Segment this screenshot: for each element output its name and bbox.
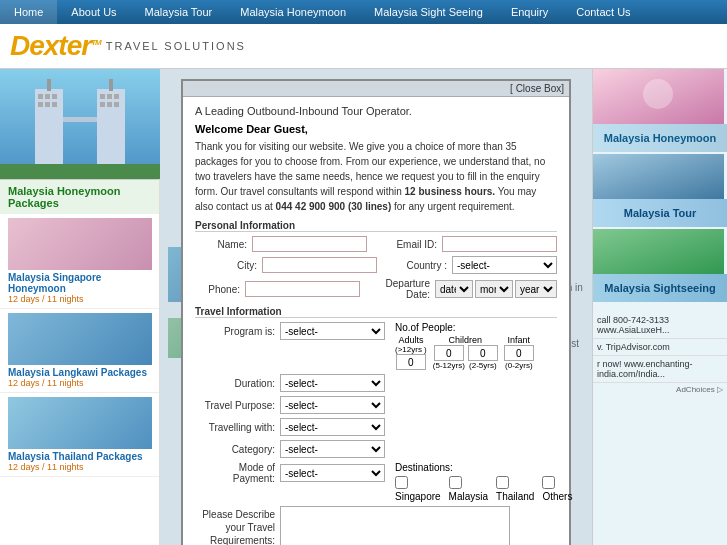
dest-others-checkbox[interactable] xyxy=(542,476,555,489)
list-item[interactable]: Malaysia Thailand Packages 12 days / 11 … xyxy=(0,393,159,477)
travel-info-label: Travel Information xyxy=(195,306,557,318)
tour-promo-image xyxy=(593,154,724,199)
svg-rect-12 xyxy=(114,94,119,99)
destinations-checks: Singapore Malaysia Thailand Others xyxy=(395,476,572,502)
logo-name: DexterTM xyxy=(10,30,101,62)
date-select[interactable]: date xyxy=(435,280,473,298)
child-input-2[interactable] xyxy=(468,345,498,361)
ad-text-2: v. TripAdvisor.com xyxy=(593,339,727,356)
category-row: Category: -select- xyxy=(195,440,557,458)
ad-text-1: call 800-742-3133 www.AsiaLuxeH... xyxy=(593,312,727,339)
people-label: No.of People: xyxy=(395,322,534,333)
duration-select[interactable]: -select- xyxy=(280,374,385,392)
purpose-label: Travel Purpose: xyxy=(195,400,280,411)
purpose-row: Travel Purpose: -select- xyxy=(195,396,557,414)
svg-rect-9 xyxy=(97,89,125,174)
ad-text-3: r now! www.enchanting-india.com/India... xyxy=(593,356,727,383)
adchoices[interactable]: AdChoices ▷ xyxy=(593,383,727,396)
payment-select[interactable]: -select- xyxy=(280,464,385,482)
phone-label: Phone: xyxy=(195,284,245,295)
departure-row-right: Departure Date: date mon year xyxy=(370,278,557,300)
tour-promo-label[interactable]: Malaysia Tour xyxy=(593,199,727,227)
year-select[interactable]: year xyxy=(515,280,557,298)
svg-rect-18 xyxy=(0,164,160,179)
infant-input[interactable] xyxy=(504,345,534,361)
infant-col: (0-2yrs) xyxy=(504,345,534,370)
close-box-button[interactable]: [ Close Box] xyxy=(510,83,564,94)
program-select[interactable]: -select- xyxy=(280,322,385,340)
package-thumb-3 xyxy=(8,397,152,449)
name-input[interactable] xyxy=(252,236,367,252)
hero-image xyxy=(0,69,160,179)
dest-others-label[interactable]: Others xyxy=(542,476,572,502)
center-content: Malaysia Thailand Packages Take a trip t… xyxy=(160,69,592,545)
children-header: Children xyxy=(433,335,498,345)
sight-promo-image xyxy=(593,229,724,274)
modal-overlay: [ Close Box] A Leading Outbound-Inbound … xyxy=(160,69,592,545)
logo-sub: TRAVEL SOLUTIONS xyxy=(106,40,246,52)
modal-intro: A Leading Outbound-Inbound Tour Operator… xyxy=(195,105,557,117)
dest-singapore-label[interactable]: Singapore xyxy=(395,476,441,502)
package-days-3: 12 days / 11 nights xyxy=(8,462,151,472)
modal-body: A Leading Outbound-Inbound Tour Operator… xyxy=(183,97,569,545)
package-thumb-2 xyxy=(8,313,152,365)
modal-header: [ Close Box] xyxy=(183,81,569,97)
dest-thailand-label[interactable]: Thailand xyxy=(496,476,534,502)
nav-sightseeing[interactable]: Malaysia Sight Seeing xyxy=(360,0,497,24)
list-item[interactable]: Malaysia Langkawi Packages 12 days / 11 … xyxy=(0,309,159,393)
svg-rect-14 xyxy=(107,102,112,107)
list-item[interactable]: Malaysia Singapore Honeymoon 12 days / 1… xyxy=(0,214,159,309)
nav-honeymoon[interactable]: Malaysia Honeymoon xyxy=(226,0,360,24)
travelling-label: Travelling with: xyxy=(195,422,280,433)
logo-bar: DexterTM TRAVEL SOLUTIONS xyxy=(0,24,727,69)
svg-rect-1 xyxy=(35,89,63,174)
category-label: Category: xyxy=(195,444,280,455)
nav-about[interactable]: About Us xyxy=(57,0,130,24)
honeymoon-promo-label[interactable]: Malaysia Honeymoon xyxy=(593,124,727,152)
city-input[interactable] xyxy=(262,257,377,273)
child-age-1: (5-12yrs) xyxy=(433,361,465,370)
dest-malaysia-checkbox[interactable] xyxy=(449,476,462,489)
child-input-1[interactable] xyxy=(434,345,464,361)
travelling-row: Travelling with: -select- xyxy=(195,418,557,436)
people-section: No.of People: Adults (>12yrs ) Children xyxy=(395,322,534,370)
main-layout: Malaysia Honeymoon Packages Malaysia Sin… xyxy=(0,69,727,545)
city-label: City: xyxy=(195,260,262,271)
sidebar-section-title: Malaysia Honeymoon Packages xyxy=(0,179,159,214)
navigation: Home About Us Malaysia Tour Malaysia Hon… xyxy=(0,0,727,24)
package-title-2: Malaysia Langkawi Packages xyxy=(8,367,151,378)
enquiry-modal: [ Close Box] A Leading Outbound-Inbound … xyxy=(181,79,571,545)
program-people-row: Program is: -select- No.of People: Adult… xyxy=(195,322,557,370)
phone-input[interactable] xyxy=(245,281,360,297)
svg-rect-10 xyxy=(100,94,105,99)
category-select[interactable]: -select- xyxy=(280,440,385,458)
month-select[interactable]: mon xyxy=(475,280,513,298)
payment-row: Mode of Payment: -select- xyxy=(195,462,385,484)
svg-point-20 xyxy=(643,79,673,109)
dest-malaysia-label[interactable]: Malaysia xyxy=(449,476,488,502)
adults-label: Adults xyxy=(398,335,423,345)
requirements-textarea[interactable] xyxy=(280,506,510,545)
destinations-col: Destinations: Singapore Malaysia Thailan… xyxy=(395,462,572,502)
adults-age-label: (>12yrs ) xyxy=(395,345,427,354)
svg-rect-22 xyxy=(593,229,724,274)
dest-thailand-checkbox[interactable] xyxy=(496,476,509,489)
nav-home[interactable]: Home xyxy=(0,0,57,24)
travelling-select[interactable]: -select- xyxy=(280,418,385,436)
svg-rect-11 xyxy=(107,94,112,99)
child-age-2: (2-5yrs) xyxy=(469,361,497,370)
email-input[interactable] xyxy=(442,236,557,252)
purpose-select[interactable]: -select- xyxy=(280,396,385,414)
nav-contact[interactable]: Contact Us xyxy=(562,0,644,24)
nav-tour[interactable]: Malaysia Tour xyxy=(131,0,227,24)
adults-input[interactable] xyxy=(396,354,426,370)
payment-dest-row: Mode of Payment: -select- Destinations: … xyxy=(195,462,557,502)
svg-rect-6 xyxy=(45,102,50,107)
sightseeing-promo-label[interactable]: Malaysia Sightseeing xyxy=(593,274,727,302)
country-select[interactable]: -select- xyxy=(452,256,557,274)
destinations-label: Destinations: xyxy=(395,462,572,473)
dest-singapore-checkbox[interactable] xyxy=(395,476,408,489)
people-counts: Adults (>12yrs ) Children xyxy=(395,335,534,370)
nav-enquiry[interactable]: Enquiry xyxy=(497,0,562,24)
payment-label: Mode of Payment: xyxy=(195,462,280,484)
